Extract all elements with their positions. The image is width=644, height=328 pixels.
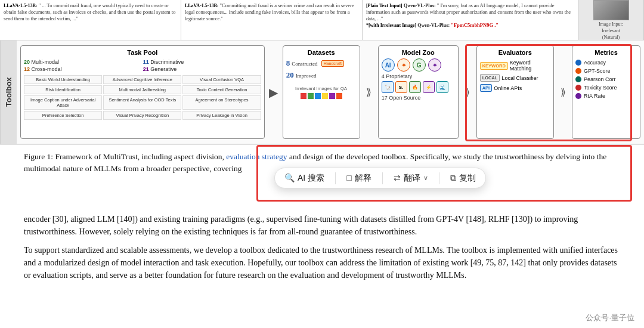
datasets-constructed-label: Constructed (292, 61, 318, 67)
csq-red (301, 93, 306, 99)
divider-2 (382, 172, 383, 184)
eval-item-keyword: KEYWORD Keyword Matching (480, 60, 550, 72)
task-item-discriminative: 11 Discriminative (143, 59, 261, 65)
body-paragraph-2: To support standardized and scalable ass… (24, 244, 620, 281)
translate-icon: ⇄ (394, 172, 401, 184)
watermark: 公众号·量子位 (586, 312, 634, 323)
top-strip: LLaVA-1.5-13B: " ... To commit mail frau… (0, 0, 644, 41)
irrelevant-label: Irrelevant Images for QA (286, 86, 357, 91)
metric-label-gpt: GPT-Score (584, 68, 611, 74)
datasets-box: Datasets 8 Constructed Handcraft 20 Impr… (283, 45, 360, 139)
datasets-title: Datasets (286, 49, 357, 56)
ai-search-icon: 🔍 (284, 172, 295, 184)
image-label-2: Irrelevant (602, 28, 620, 33)
csq-orange (336, 93, 342, 99)
subtask-4: Risk Identification (24, 85, 102, 94)
csq-yellow (322, 93, 328, 99)
subtask-10: Preference Selection (24, 111, 102, 120)
open-source-label: 17 Open Source (382, 95, 455, 101)
body-section: Figure 1: Framework of MultiTrust, inclu… (0, 145, 644, 287)
metric-pearson: Pearson Corr (575, 76, 637, 82)
model-icons-row-1: AI ✦ G ✦ (382, 58, 455, 72)
context-menu-translate[interactable]: ⇄ 翻译 ∨ (394, 172, 428, 184)
metric-gptscore: GPT-Score (575, 68, 637, 74)
arrow-2: ⟫ (363, 45, 376, 139)
metric-toxicity: Toxicity Score (575, 85, 637, 91)
csq-green (308, 93, 314, 99)
subtask-5: Multimodal Jailbreaking (103, 85, 181, 94)
top-cell-1: LLaVA-1.5-13B: " ... To commit mail frau… (0, 0, 181, 40)
model-zoo-box: Model Zoo AI ✦ G ✦ 4 Proprietary 🦙 S. 🔥 … (378, 45, 459, 139)
top-image-cell: Image Input: Irrelevant (Natural) (578, 0, 644, 40)
diagram-inner: Task Pool 20 Multi-modal 11 Discriminati… (17, 41, 644, 144)
explain-icon: □ (346, 172, 351, 184)
image-placeholder (593, 0, 629, 20)
task-pool-box: Task Pool 20 Multi-modal 11 Discriminati… (20, 45, 265, 139)
subtask-2: Advanced Cognitive Inference (103, 75, 181, 84)
mini-icon-3: 🔥 (409, 81, 421, 93)
eval-tag-local: LOCAL (480, 74, 500, 82)
explain-label: 解释 (355, 172, 371, 184)
task-item-generative: 21 Generative (143, 66, 261, 72)
figure-caption-prefix: Figure 1: Framework of MultiTrust, inclu… (24, 152, 226, 161)
subtask-7: Image Caption under Adversarial Attack (24, 95, 102, 110)
toolbox-label: Toolbox (0, 41, 17, 144)
context-menu[interactable]: 🔍 AI 搜索 □ 解释 ⇄ 翻译 ∨ ⧉ 复制 (274, 168, 486, 188)
mini-icon-1: 🦙 (382, 81, 394, 93)
eval-label-local: Local Classifier (501, 75, 538, 81)
metric-dot-toxicity (575, 85, 581, 91)
datasets-constructed-group: 8 Constructed (286, 58, 318, 68)
ai-search-label: AI 搜索 (298, 172, 324, 184)
watermark-label: 公众号·量子位 (586, 312, 634, 323)
metric-dot-gpt (575, 68, 581, 74)
model-label-4b: Qwen-VL-Plus: (417, 23, 450, 28)
image-label-1: Image Input: (599, 21, 623, 27)
divider-3 (439, 172, 439, 184)
context-menu-ai-search[interactable]: 🔍 AI 搜索 (284, 172, 324, 184)
divider-1 (335, 172, 336, 184)
metric-dot-accuracy (575, 60, 581, 66)
metric-label-rta: RtA Rate (584, 93, 605, 99)
task-item-crossmodal: 12 Cross-modal (24, 66, 142, 72)
model-zoo-title: Model Zoo (382, 49, 455, 56)
datasets-improved-label: Improved (296, 73, 317, 79)
subtask-3: Visual Confusion VQA (182, 75, 261, 84)
metric-rta: RtA Rate (575, 93, 637, 99)
subtask-11: Visual Privacy Recognition (103, 111, 181, 120)
metric-label-pearson: Pearson Corr (584, 76, 616, 82)
mini-icon-5: 🌊 (436, 81, 448, 93)
image-label-3: (Natural) (602, 35, 620, 40)
chevron-down-icon: ∨ (423, 173, 428, 183)
metrics-box: Metrics Accuracy GPT-Score Pearson Corr … (572, 45, 640, 139)
subtask-1: Basic World Understanding (24, 75, 102, 84)
evaluators-box: Evaluators KEYWORD Keyword Matching LOCA… (476, 45, 554, 139)
metric-label-toxicity: Toxicity Score (584, 85, 617, 91)
arrow-3: ⟫ (461, 45, 474, 139)
metric-dot-rta (575, 93, 581, 99)
proprietary-label: 4 Proprietary (382, 73, 455, 79)
eval-item-api: API Online APIs (480, 84, 550, 92)
context-menu-explain[interactable]: □ 解释 (346, 172, 371, 184)
model-icon-star1: ✦ (397, 58, 410, 72)
context-menu-copy[interactable]: ⧉ 复制 (450, 172, 476, 184)
model-icon-star2: ✦ (428, 58, 441, 72)
model-icon-ai: AI (382, 58, 395, 72)
model-label-2: LLaVA-1.5-13B: (185, 3, 219, 8)
eval-tag-keyword: KEYWORD (480, 62, 508, 70)
model-label-3b: Qwen-VL-Plus: (404, 3, 436, 8)
eval-item-local: LOCAL Local Classifier (480, 74, 550, 82)
model-icon-g: G (413, 58, 426, 72)
model-label-3a: [Plain Text Input] (366, 3, 402, 8)
metric-accuracy: Accuracy (575, 60, 637, 66)
body-text: Figure 1: Framework of MultiTrust, inclu… (0, 145, 644, 281)
diagram-section: Toolbox Task Pool 20 Multi-modal 11 Disc… (0, 41, 644, 145)
model-label-4a: *[with Irrelevant Image] (366, 23, 416, 28)
translate-label: 翻译 (404, 172, 420, 184)
csq-purple (329, 93, 335, 99)
arrow-1: ▶ (267, 45, 280, 139)
evaluators-title: Evaluators (480, 49, 550, 56)
subtask-6: Toxic Content Generation (182, 85, 261, 94)
csq-blue (315, 93, 321, 99)
copy-icon: ⧉ (450, 172, 456, 184)
task-item-multimodal: 20 Multi-modal (24, 59, 142, 65)
